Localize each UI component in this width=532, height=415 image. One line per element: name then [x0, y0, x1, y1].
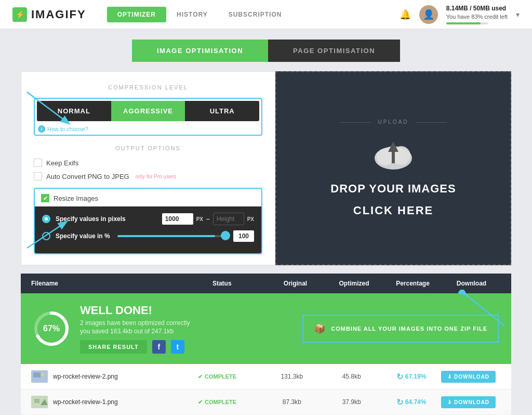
download-btn-1[interactable]: ⬇ DOWNLOAD	[441, 371, 496, 383]
output-section: OUTPUT OPTIONS Keep Exifs Auto Convert P…	[34, 145, 262, 254]
header-right: 🔔 👤 8.14MB / 50MB used You have 83% cred…	[400, 4, 520, 24]
download-icon-1: ⬇	[447, 374, 452, 380]
compression-btns: NORMAL AGGRESSIVE ULTRA	[37, 101, 259, 121]
th-optimized: Optimized	[325, 280, 383, 287]
nav-optimizer[interactable]: OPTIMIZER	[107, 7, 166, 22]
th-filename: Filename	[31, 280, 178, 287]
resize-label: Resize Images	[54, 194, 98, 202]
share-result-btn[interactable]: SHARE RESULT	[80, 340, 147, 354]
auto-convert-row: Auto Convert PNG to JPEG only for Pro us…	[34, 172, 262, 180]
compression-box: NORMAL AGGRESSIVE ULTRA i How to choose?	[34, 98, 262, 136]
file-original-1: 131.3kb	[262, 373, 322, 380]
file-name-2: wp-rocket-review-1.png	[53, 398, 172, 406]
twitter-icon[interactable]: t	[171, 340, 184, 354]
usage-info: 8.14MB / 50MB used You have 83% credit l…	[446, 4, 508, 24]
th-status: Status	[178, 280, 267, 287]
file-optimized-2: 37.9kb	[322, 398, 381, 406]
usage-amount: 8.14MB / 50MB used	[446, 4, 508, 13]
zip-btn-wrap: 📦 COMBINE ALL YOUR IMAGES INTO ONE ZIP F…	[302, 315, 499, 343]
resize-section: ✔ Resize Images Specify values in pixels…	[34, 188, 262, 254]
facebook-icon[interactable]: f	[152, 340, 166, 354]
compression-aggressive[interactable]: AGGRESSIVE	[111, 101, 185, 121]
nav-history[interactable]: HISTORY	[166, 7, 218, 22]
logo: ⚡ IMAGIFY	[12, 7, 86, 22]
check-icon-1: ✔	[198, 373, 203, 380]
pixels-radio[interactable]	[42, 215, 50, 223]
check-icon-2: ✔	[198, 399, 203, 406]
percent-value: 100	[233, 230, 254, 242]
width-unit: PX	[196, 216, 203, 222]
compression-ultra[interactable]: ULTRA	[185, 101, 259, 121]
th-download: Download	[442, 280, 501, 287]
height-unit: PX	[247, 216, 254, 222]
file-pct-1: ↻ 67.19%	[381, 372, 441, 382]
file-name-1: wp-rocket-review-2.png	[53, 373, 172, 380]
download-btn-2[interactable]: ⬇ DOWNLOAD	[441, 396, 496, 408]
file-status-1: ✔ COMPLETE	[172, 373, 262, 380]
avatar: 👤	[419, 5, 438, 24]
table-section: Filename Status Original Optimized Perce…	[21, 274, 511, 415]
share-row: SHARE RESULT f t	[80, 340, 302, 354]
file-thumb-1	[31, 370, 48, 383]
keep-exifs-label: Keep Exifs	[46, 159, 78, 167]
zip-icon: 📦	[314, 323, 326, 334]
well-done-title: WELL DONE!	[80, 304, 302, 317]
main-tabs: IMAGE OPTIMISATION PAGE OPTIMISATION	[0, 40, 532, 62]
tab-image-optimisation[interactable]: IMAGE OPTIMISATION	[132, 40, 268, 62]
status-complete-2: ✔ COMPLETE	[172, 399, 262, 406]
progress-circle: 67%	[33, 310, 70, 347]
keep-exifs-row: Keep Exifs	[34, 159, 262, 167]
file-pct-2: ↻ 64.74%	[381, 397, 441, 407]
resize-checkbox[interactable]: ✔	[41, 194, 49, 202]
dropdown-arrow-icon[interactable]: ▾	[516, 10, 520, 19]
logo-icon: ⚡	[12, 7, 27, 22]
percent-row: Specify value in % 100	[42, 230, 254, 242]
logo-text: IMAGIFY	[31, 8, 86, 21]
svg-rect-14	[34, 399, 39, 403]
slider-thumb[interactable]	[221, 231, 230, 240]
output-title: OUTPUT OPTIONS	[34, 145, 262, 151]
compression-title: COMPRESSION LEVEL	[34, 84, 262, 90]
file-status-2: ✔ COMPLETE	[172, 399, 262, 406]
dark-panel: Specify values in pixels PX – PX	[35, 206, 261, 253]
success-banner: 67% WELL DONE! 2 images have been optimi…	[21, 293, 511, 364]
how-to-link[interactable]: i How to choose?	[38, 125, 259, 133]
svg-text:⚡: ⚡	[16, 10, 25, 19]
bell-icon[interactable]: 🔔	[400, 9, 411, 20]
pro-label: only for Pro users	[136, 174, 176, 179]
svg-text:67%: 67%	[43, 324, 60, 333]
table-row: wp-rocket-review-1.png ✔ COMPLETE 87.3kb…	[21, 390, 511, 415]
nav-area: OPTIMIZER HISTORY SUBSCRIPTION	[107, 7, 400, 22]
percent-slider[interactable]	[117, 235, 226, 237]
width-input[interactable]	[162, 213, 193, 225]
pct-circle-icon-1: ↻	[396, 372, 403, 382]
pixels-row: Specify values in pixels PX – PX	[42, 213, 254, 225]
percent-label: Specify value in %	[56, 232, 110, 240]
percent-radio[interactable]	[42, 232, 50, 240]
auto-convert-checkbox[interactable]	[34, 172, 42, 180]
download-icon-2: ⬇	[447, 399, 452, 405]
th-original: Original	[266, 280, 325, 287]
keep-exifs-checkbox[interactable]	[34, 159, 42, 167]
px-input-group: PX – PX	[162, 213, 254, 225]
usage-bar-fill	[446, 22, 481, 24]
tab-page-optimisation[interactable]: PAGE OPTIMISATION	[268, 40, 400, 62]
pct-circle-icon-2: ↻	[396, 397, 403, 407]
file-optimized-1: 45.8kb	[322, 373, 381, 380]
compression-normal[interactable]: NORMAL	[37, 101, 111, 121]
height-input[interactable]	[213, 213, 244, 225]
table-header: Filename Status Original Optimized Perce…	[21, 274, 511, 293]
success-subtitle: 2 images have been optimized correctly	[80, 319, 302, 327]
click-here-text[interactable]: CLICK HERE	[353, 204, 433, 217]
file-download-1: ⬇ DOWNLOAD	[441, 371, 501, 383]
slider-fill	[117, 235, 215, 237]
cloud-svg	[373, 137, 414, 174]
resize-row: ✔ Resize Images	[41, 194, 255, 202]
upload-label: UPLOAD	[340, 119, 447, 125]
success-saved: you saved 163.4kb out of 247.1kb	[80, 328, 302, 335]
nav-subscription[interactable]: SUBSCRIPTION	[218, 7, 292, 22]
table-row: wp-rocket-review-2.png ✔ COMPLETE 131.3k…	[21, 364, 511, 390]
content-wrapper: COMPRESSION LEVEL NORMAL AGGRESSIVE ULTR…	[0, 71, 532, 265]
zip-download-btn[interactable]: 📦 COMBINE ALL YOUR IMAGES INTO ONE ZIP F…	[302, 315, 499, 343]
upload-panel[interactable]: UPLOAD DROP YOUR IMAGES CLICK HERE	[275, 71, 511, 265]
